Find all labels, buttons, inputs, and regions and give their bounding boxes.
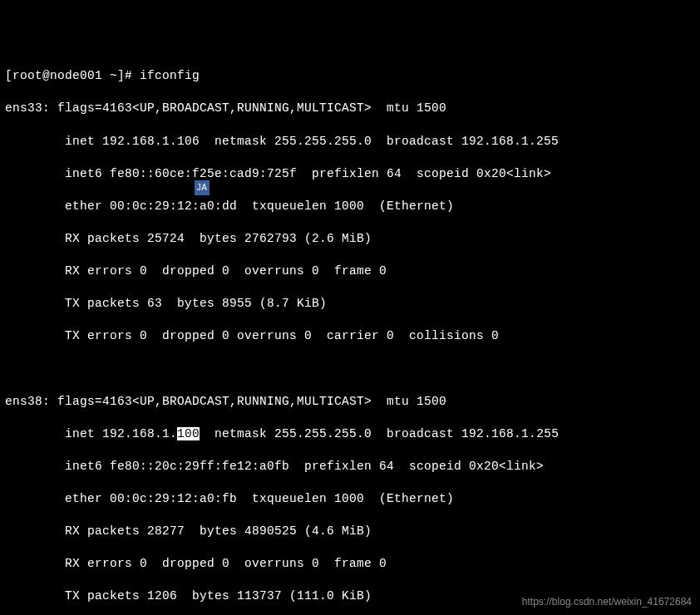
iface-ether: ether 00:0c:29:12:a0:dd txqueuelen 1000 …	[5, 199, 695, 215]
iface-inet6: inet6 fe80::20c:29ff:fe12:a0fb prefixlen…	[5, 459, 695, 475]
watermark-text: https://blog.csdn.net/weixin_41672684	[522, 595, 692, 608]
iface-inet: inet 192.168.1.106 netmask 255.255.255.0…	[5, 134, 695, 150]
iface-header-ens38: ens38: flags=4163<UP,BROADCAST,RUNNING,M…	[5, 394, 695, 411]
blank-line	[5, 361, 695, 377]
terminal-prompt-line[interactable]: [root@node001 ~]# ifconfig	[5, 68, 695, 85]
command: ifconfig	[140, 69, 200, 82]
selection-highlight[interactable]: 100	[177, 427, 200, 440]
iface-ether: ether 00:0c:29:12:a0:fb txqueuelen 1000 …	[5, 491, 695, 508]
iface-rx-errors: RX errors 0 dropped 0 overruns 0 frame 0	[5, 556, 695, 573]
iface-rx-packets: RX packets 28277 bytes 4890525 (4.6 MiB)	[5, 524, 695, 540]
iface-tx-errors: TX errors 0 dropped 0 overruns 0 carrier…	[5, 328, 695, 345]
iface-rx-packets: RX packets 25724 bytes 2762793 (2.6 MiB)	[5, 231, 695, 248]
iface-inet: inet 192.168.1.100 netmask 255.255.255.0…	[5, 426, 695, 443]
iface-inet6: inet6 fe80::60ce:f25e:cad9:725f prefixle…	[5, 166, 695, 183]
iface-header-ens33: ens33: flags=4163<UP,BROADCAST,RUNNING,M…	[5, 101, 695, 117]
iface-tx-packets: TX packets 63 bytes 8955 (8.7 KiB)	[5, 296, 695, 312]
prompt: [root@node001 ~]#	[5, 69, 140, 82]
iface-rx-errors: RX errors 0 dropped 0 overruns 0 frame 0	[5, 263, 695, 280]
ime-badge-icon[interactable]: JA	[195, 180, 210, 195]
